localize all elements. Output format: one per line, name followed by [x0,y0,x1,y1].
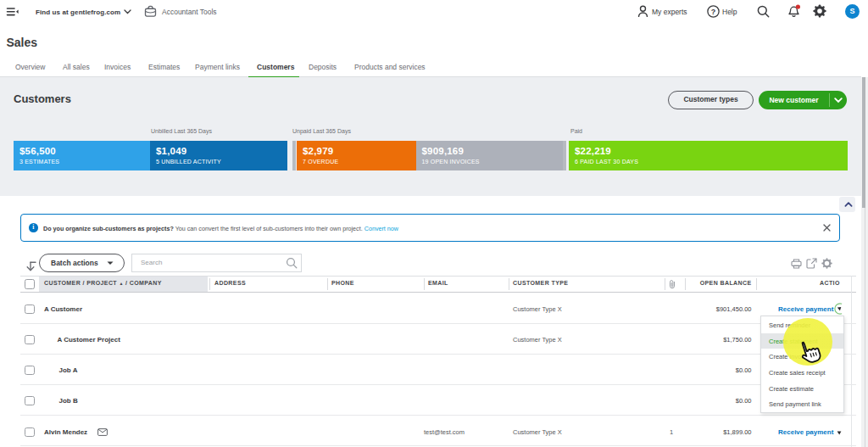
svg-text:?: ? [711,8,716,16]
